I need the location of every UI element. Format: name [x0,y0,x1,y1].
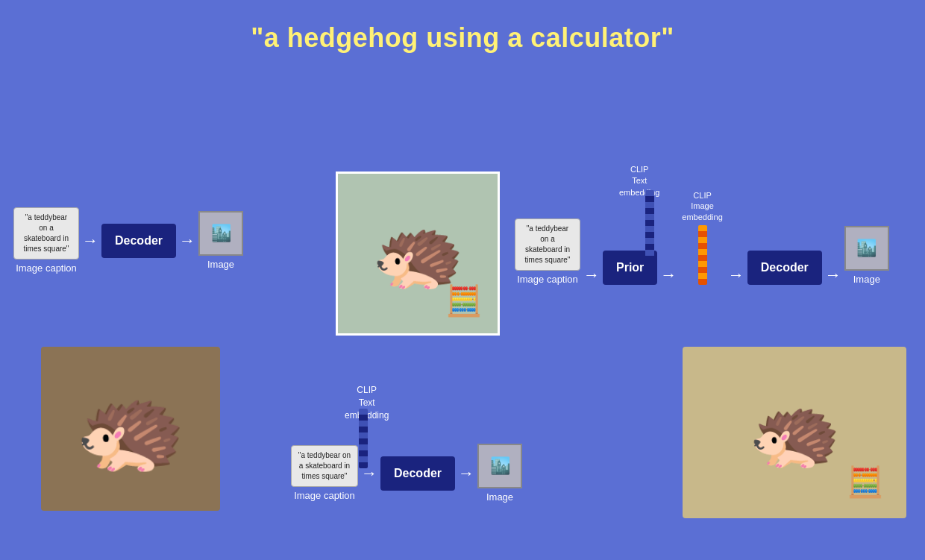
calculator-right-icon: 🧮 [847,465,884,500]
tl-caption-col: "a teddybear on a skateboard in times sq… [13,207,79,274]
tr-image-label: Image [853,274,880,285]
bc-image-thumb: 🏙️ [477,444,522,488]
page-title: "a hedgehog using a calculator" [0,0,925,54]
top-right-pipeline: "a teddybear on a skateboard in times sq… [515,190,889,285]
bottom-right-hedgehog-photo: 🦔 🧮 [683,347,906,518]
tr-arrow2: → [660,265,677,285]
hedgehog-face-icon: 🦔 [75,377,186,482]
tl-image-col: 🏙️ Image [198,211,243,270]
tr-clip-text-bar-col [645,190,654,257]
bc-image-label: Image [486,491,513,503]
bc-decoder-box: Decoder [380,456,455,491]
tl-caption-box: "a teddybear on a skateboard in times sq… [13,207,79,259]
tl-caption-label: Image caption [16,262,77,274]
bc-caption-col: "a teddybear on a skateboard in times sq… [291,445,358,501]
tr-arrow4: → [825,265,841,285]
tr-image-thumb: 🏙️ [844,226,889,271]
tr-arrow1: → [583,265,600,285]
bc-image-col: 🏙️ Image [477,444,522,503]
tr-caption-box: "a teddybear on a skateboard in times sq… [515,218,580,271]
tr-caption-col: "a teddybear on a skateboard in times sq… [515,218,580,285]
bottom-left-hedgehog-photo: 🦔 [41,347,220,511]
tl-decoder-col: Decoder [101,224,176,258]
tr-clip-image-col: CLIP Image embedding [682,190,722,285]
tr-clip-blue-bar [645,190,654,257]
tr-decoder-col: Decoder [747,251,822,285]
tr-image-col: 🏙️ Image [844,226,889,285]
tr-clip-image-label: CLIP Image embedding [682,190,722,222]
tl-image-label: Image [207,259,234,270]
tl-image-thumb: 🏙️ [198,211,243,256]
bc-arrow1: → [361,464,377,483]
bc-caption-box: "a teddybear on a skateboard in times sq… [291,445,358,487]
tr-arrow3: → [728,265,744,285]
top-left-pipeline: "a teddybear on a skateboard in times sq… [13,207,243,274]
bc-arrow2: → [458,464,474,483]
calculator-icon: 🧮 [445,283,483,318]
bottom-center-pipeline: "a teddybear on a skateboard in times sq… [291,444,522,503]
tl-decoder-box: Decoder [101,224,176,258]
tl-arrow1: → [82,231,98,251]
tr-clip-orange-bar [698,225,707,285]
tl-arrow2: → [179,231,195,251]
tr-caption-label: Image caption [517,274,578,285]
bc-caption-label: Image caption [294,490,355,501]
center-hedgehog-photo: 🦔 🧮 [336,172,500,336]
bc-decoder-col: Decoder [380,456,455,491]
hedgehog-right-icon: 🦔 [748,388,841,476]
tr-decoder-box: Decoder [747,251,822,285]
